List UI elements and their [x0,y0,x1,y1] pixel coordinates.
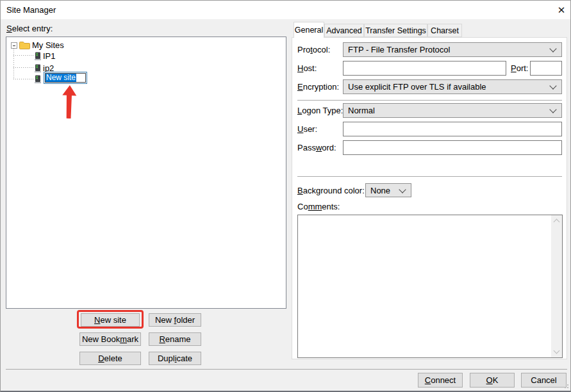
tab-charset[interactable]: Charset [427,24,462,37]
chevron-down-icon [549,82,556,89]
comments-label: Comments: [297,202,340,211]
port-label: Port: [511,63,528,73]
encryption-dropdown[interactable]: Use explicit FTP over TLS if available [343,79,562,94]
chevron-down-icon [549,106,556,113]
close-icon[interactable]: ✕ [554,3,569,18]
password-input[interactable] [343,140,562,155]
server-icon [35,64,41,72]
separator [297,176,562,177]
tab-general[interactable]: General [294,22,324,38]
host-label: Host: [297,63,317,73]
scroll-down-icon[interactable] [554,348,560,354]
server-icon [35,52,41,60]
duplicate-button[interactable]: Duplicate [149,352,201,365]
tab-advanced[interactable]: Advanced [324,24,364,37]
logon-type-dropdown[interactable]: Normal [343,103,562,118]
separator [297,100,562,101]
site-tree[interactable]: My Sites IP1 ip2 New site [6,37,286,309]
new-bookmark-button[interactable]: New Bookmark [79,332,141,346]
tree-item-site[interactable]: IP1 [35,51,58,61]
tree-connector [13,79,34,79]
folder-icon [19,42,30,49]
resize-grip[interactable] [562,382,568,388]
tree-connector [13,67,34,68]
tree-item-new-site[interactable] [35,75,41,83]
new-site-button[interactable]: New site [81,313,140,327]
protocol-dropdown[interactable]: FTP - File Transfer Protocol [343,42,562,57]
background-color-label: Background color: [297,186,365,195]
tree-connector [13,55,34,56]
user-input[interactable] [343,122,562,136]
logon-type-label: Logon Type: [297,106,343,115]
chevron-down-icon [399,186,406,193]
tree-item-label: IP1 [41,51,58,61]
rename-edit-field[interactable]: New site [45,73,86,83]
tree-item-label: My Sites [30,40,66,51]
site-manager-dialog: Site Manager ✕ Select entry: My Sites IP… [0,0,571,392]
user-label: User: [297,124,317,134]
comments-textarea[interactable] [298,215,550,357]
rename-button[interactable]: Rename [149,332,201,346]
scroll-up-icon[interactable] [554,219,560,225]
comments-scrollbar[interactable] [551,215,562,357]
selected-text: New site [46,74,76,82]
tree-item-my-sites[interactable]: My Sites [19,40,66,51]
comments-field-frame [297,215,563,358]
footer-separator [6,369,567,370]
password-label: Password: [297,143,336,152]
ok-button[interactable]: OK [470,373,515,388]
server-icon [35,75,41,83]
host-input[interactable] [343,61,506,76]
port-input[interactable] [530,61,562,76]
select-entry-label: Select entry: [6,24,53,33]
window-title: Site Manager [6,5,56,15]
tree-connector [13,49,14,79]
chevron-down-icon [549,45,556,52]
background-color-dropdown[interactable]: None [365,183,411,197]
connect-button[interactable]: Connect [418,373,463,388]
delete-button[interactable]: Delete [79,352,141,365]
tab-transfer-settings[interactable]: Transfer Settings [364,24,427,37]
titlebar[interactable]: Site Manager ✕ [1,1,570,19]
protocol-label: Protocol: [297,45,330,54]
rename-edit-box[interactable]: New site [44,72,87,84]
encryption-label: Encryption: [297,82,339,92]
general-tab-page: Protocol: FTP - File Transfer Protocol H… [292,37,567,359]
new-folder-button[interactable]: New folder [149,313,201,327]
cancel-button[interactable]: Cancel [521,373,567,388]
collapse-toggle-icon[interactable] [11,42,17,49]
